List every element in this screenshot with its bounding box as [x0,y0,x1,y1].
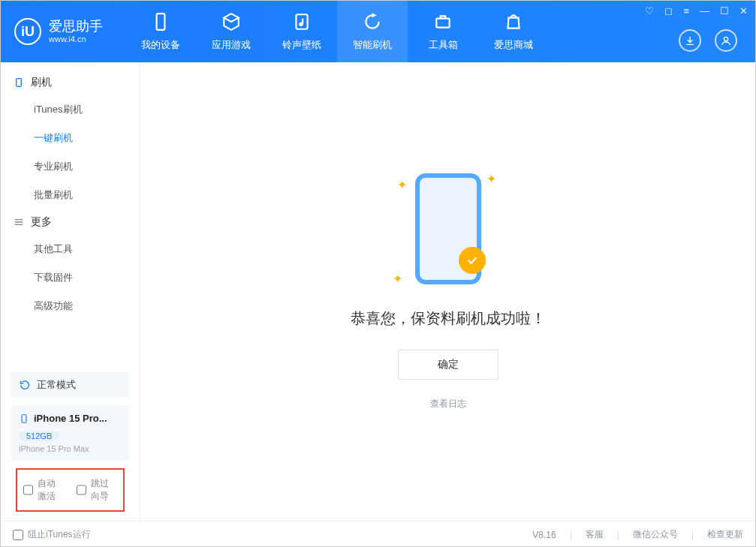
block-itunes-checkbox[interactable]: 阻止iTunes运行 [13,528,91,541]
sidebar: 刷机 iTunes刷机 一键刷机 专业刷机 批量刷机 更多 其他工具 下载固件 … [1,62,140,521]
device-icon [13,77,25,89]
nav-store[interactable]: 爱思商城 [478,1,549,62]
skip-guide-input[interactable] [77,485,86,495]
sparkle-icon: ✦ [397,178,407,192]
top-header: iU 爱思助手 www.i4.cn 我的设备 应用游戏 铃声壁纸 智能刷机 工具… [1,1,755,62]
device-model: iPhone 15 Pro Max [19,444,122,453]
confirm-button[interactable]: 确定 [398,350,498,380]
feedback-icon[interactable]: ♡ [645,5,654,17]
device-name: iPhone 15 Pro... [34,413,107,424]
mode-label: 正常模式 [37,378,76,392]
update-link[interactable]: 检查更新 [707,528,743,541]
separator: | [691,530,694,540]
nav-toolbox[interactable]: 工具箱 [408,1,478,62]
phone-icon [151,12,170,34]
svg-point-4 [724,37,727,41]
download-icon [684,35,696,47]
header-right-actions [679,29,737,52]
music-file-icon [292,12,312,34]
app-logo: iU 爱思助手 www.i4.cn [14,18,103,45]
close-icon[interactable]: ✕ [739,5,748,17]
nav-label: 铃声壁纸 [282,38,321,52]
sidebar-item-batch-flash[interactable]: 批量刷机 [1,181,140,209]
version-label: V8.16 [532,530,556,540]
svg-rect-5 [17,79,22,87]
nav-label: 应用游戏 [212,38,251,52]
cube-icon [221,12,241,34]
block-itunes-input[interactable] [13,530,23,540]
sparkle-icon: ✦ [486,172,496,186]
group-title: 刷机 [31,76,52,89]
success-message: 恭喜您，保资料刷机成功啦！ [351,308,546,329]
sidebar-item-download-firmware[interactable]: 下载固件 [1,263,140,292]
success-badge [459,247,486,274]
highlight-options-box: 自动激活 跳过向导 [16,468,125,512]
support-link[interactable]: 客服 [586,528,604,541]
menu-icon[interactable]: ≡ [683,5,689,17]
sparkle-icon: ✦ [393,272,402,286]
footer-right: V8.16 | 客服 | 微信公众号 | 检查更新 [532,528,743,541]
device-name-row: iPhone 15 Pro... [19,413,122,424]
app-site: www.i4.cn [49,35,103,44]
auto-activate-checkbox[interactable]: 自动激活 [23,477,65,503]
separator: | [617,530,619,540]
auto-activate-label: 自动激活 [38,477,65,503]
main-panel: ✦ ✦ ✦ 恭喜您，保资料刷机成功啦！ 确定 查看日志 [140,62,755,521]
wechat-link[interactable]: 微信公众号 [633,528,678,541]
nav-label: 智能刷机 [353,38,392,52]
phone-small-icon [19,413,29,424]
app-name: 爱思助手 [49,20,103,35]
sidebar-item-itunes-flash[interactable]: iTunes刷机 [1,95,140,124]
nav-label: 我的设备 [141,38,180,52]
refresh-shield-icon [363,12,382,34]
svg-rect-6 [22,414,26,422]
refresh-icon [19,379,31,391]
storage-badge: 512GB [19,431,59,441]
footer: 阻止iTunes运行 V8.16 | 客服 | 微信公众号 | 检查更新 [1,521,755,547]
user-icon [720,35,732,47]
block-itunes-label: 阻止iTunes运行 [28,528,91,541]
svg-rect-3 [436,18,449,27]
download-manager-button[interactable] [679,29,701,52]
nav-label: 爱思商城 [494,38,533,52]
device-info-box[interactable]: iPhone 15 Pro... 512GB iPhone 15 Pro Max [11,405,129,461]
sidebar-item-oneclick-flash[interactable]: 一键刷机 [1,124,140,152]
account-button[interactable] [715,29,737,52]
sidebar-bottom: 正常模式 iPhone 15 Pro... 512GB iPhone 15 Pr… [1,372,140,521]
sidebar-item-pro-flash[interactable]: 专业刷机 [1,152,140,181]
sidebar-item-other-tools[interactable]: 其他工具 [1,235,140,263]
sidebar-group-more[interactable]: 更多 [1,209,140,235]
separator: | [570,530,572,540]
phone-illustration [415,173,481,284]
logo-icon: iU [14,18,41,45]
nav-flash[interactable]: 智能刷机 [337,1,408,62]
auto-activate-input[interactable] [23,485,33,495]
check-icon [465,254,479,267]
window-controls: ♡ ◻ ≡ — ☐ ✕ [645,5,748,17]
list-icon [13,216,25,228]
minimize-icon[interactable]: — [700,5,709,17]
top-nav: 我的设备 应用游戏 铃声壁纸 智能刷机 工具箱 爱思商城 [125,1,549,62]
group-title: 更多 [31,215,52,229]
nav-apps[interactable]: 应用游戏 [196,1,267,62]
nav-ringtones[interactable]: 铃声壁纸 [267,1,337,62]
success-illustration: ✦ ✦ ✦ [396,173,501,293]
skip-guide-label: 跳过向导 [91,477,118,503]
nav-label: 工具箱 [429,38,458,52]
sidebar-item-advanced[interactable]: 高级功能 [1,292,140,320]
nav-my-device[interactable]: 我的设备 [125,1,196,62]
sidebar-group-flash[interactable]: 刷机 [1,70,140,95]
body: 刷机 iTunes刷机 一键刷机 专业刷机 批量刷机 更多 其他工具 下载固件 … [1,62,755,521]
view-log-link[interactable]: 查看日志 [430,398,466,410]
device-mode-box[interactable]: 正常模式 [11,372,129,398]
phone-link-icon[interactable]: ◻ [664,5,673,17]
briefcase-icon [433,12,453,34]
shopping-bag-icon [504,12,523,34]
maximize-icon[interactable]: ☐ [720,5,729,17]
skip-guide-checkbox[interactable]: 跳过向导 [77,477,118,503]
svg-rect-0 [157,14,165,30]
